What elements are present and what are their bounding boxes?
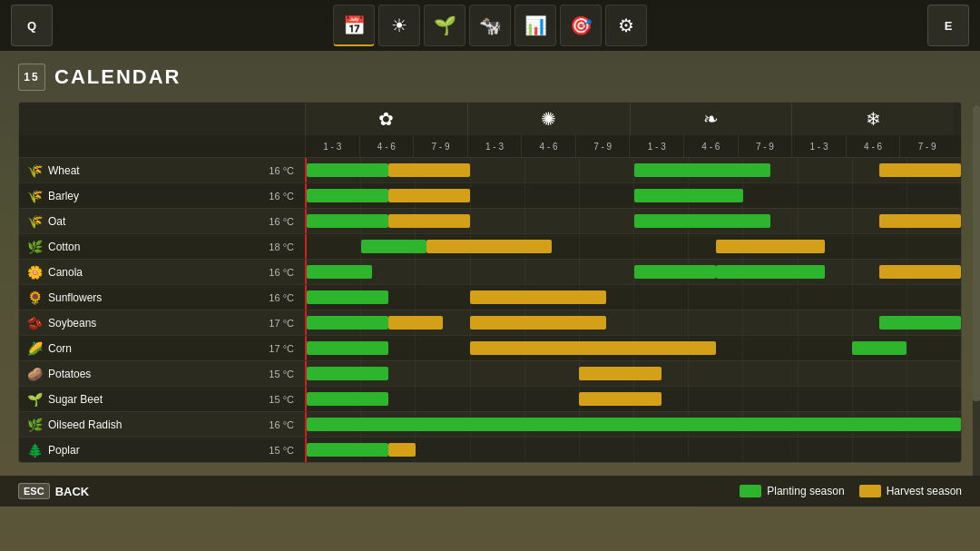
crop-cell-canola: 🌼 Canola 16 °C (19, 260, 305, 284)
table-row: 🌼 Canola 16 °C (19, 259, 961, 284)
bar-green (634, 265, 716, 279)
bars-area (307, 438, 961, 462)
bottom-bar: ESC BACK Planting season Harvest season (0, 476, 980, 507)
bar-green (307, 290, 388, 304)
nav-settings[interactable]: ⚙ (605, 5, 647, 46)
crop-temp: 16 °C (269, 419, 294, 430)
crop-name: Potatoes (48, 368, 263, 380)
table-row: 🫘 Soybeans 17 °C (19, 310, 961, 335)
bar-yellow (388, 189, 470, 202)
month-8: 4 - 6 (683, 135, 738, 157)
bars-area (307, 260, 961, 284)
bars-area (307, 387, 961, 411)
crop-temp: 16 °C (269, 267, 294, 278)
bar-green (307, 392, 388, 406)
nav-center: 📅 ☀ 🌱 🐄 📊 🎯 ⚙ (333, 5, 647, 46)
crop-temp: 16 °C (269, 165, 294, 176)
bar-yellow (879, 214, 961, 228)
q-button[interactable]: Q (11, 5, 53, 46)
crop-cell-sunflowers: 🌻 Sunflowers 16 °C (19, 285, 305, 310)
crop-icon: 🫘 (26, 316, 43, 330)
nav-calendar[interactable]: 📅 (333, 5, 375, 46)
crop-name: Wheat (48, 164, 263, 177)
crop-icon: 🌾 (26, 214, 43, 229)
bars-area (307, 336, 961, 360)
season-autumn: ❧ (630, 103, 792, 135)
back-label: BACK (55, 485, 90, 498)
crop-cell-soybeans: 🫘 Soybeans 17 °C (19, 310, 305, 335)
nav-stats[interactable]: 📊 (514, 5, 556, 46)
crop-temp: 16 °C (269, 292, 294, 303)
crop-cell-oilseed-radish: 🌿 Oilseed Radish 16 °C (19, 412, 305, 437)
table-row: 🌿 Oilseed Radish 16 °C (19, 411, 961, 437)
topbar: Q 📅 ☀ 🌱 🐄 📊 🎯 ⚙ E (0, 0, 980, 51)
crop-temp: 15 °C (269, 445, 294, 456)
bar-green (307, 265, 372, 279)
page-title-row: 15 CALENDAR (18, 64, 962, 91)
nav-crops[interactable]: 🌱 (424, 5, 466, 46)
bar-green (307, 189, 388, 202)
bar-yellow (388, 443, 416, 457)
crop-cell-cotton: 🌿 Cotton 18 °C (19, 234, 305, 259)
crop-name: Cotton (48, 241, 263, 253)
bar-green (307, 418, 961, 431)
esc-key: ESC (18, 483, 50, 499)
main-content: 15 CALENDAR ✿ ✺ ❧ ❄ 1 - 3 4 - 6 7 - 9 1 … (0, 51, 980, 476)
bar-green (852, 341, 906, 355)
bars-area (307, 361, 961, 386)
crop-cell-oat: 🌾 Oat 16 °C (19, 209, 305, 233)
nav-animals[interactable]: 🐄 (469, 5, 511, 46)
page-title: CALENDAR (54, 65, 181, 89)
crop-name: Canola (48, 266, 263, 279)
bar-yellow (388, 214, 470, 228)
month-12: 7 - 9 (899, 135, 954, 157)
bar-green (879, 316, 961, 330)
bar-green (307, 163, 388, 177)
bar-green (634, 214, 770, 228)
e-button[interactable]: E (927, 5, 969, 46)
crop-icon: 🌾 (26, 189, 43, 203)
month-4: 1 - 3 (467, 135, 522, 157)
bar-yellow (879, 265, 961, 279)
crop-icon: 🌽 (26, 341, 43, 356)
crop-name: Soybeans (48, 317, 263, 330)
calendar-title-icon: 15 (18, 64, 45, 91)
table-row: 🌲 Poplar 15 °C (19, 437, 961, 462)
month-5: 4 - 6 (521, 135, 575, 157)
crop-name: Corn (48, 342, 263, 355)
nav-missions[interactable]: 🎯 (560, 5, 602, 46)
bar-yellow (470, 341, 715, 355)
bar-green (307, 316, 388, 330)
crop-icon: 🌿 (26, 240, 43, 254)
crop-icon: 🥔 (26, 367, 43, 381)
legend-planting: Planting season (740, 485, 844, 497)
bars-area (307, 310, 961, 335)
crop-icon: 🌱 (26, 392, 43, 407)
season-summer: ✺ (467, 103, 630, 135)
month-7: 1 - 3 (629, 135, 683, 157)
crop-name: Barley (48, 190, 263, 202)
bar-yellow (579, 392, 661, 406)
season-winter: ❄ (791, 103, 954, 135)
crop-icon: 🌾 (26, 163, 43, 178)
crop-temp: 17 °C (269, 343, 294, 354)
crop-temp: 15 °C (269, 369, 294, 379)
table-row: 🌱 Sugar Beet 15 °C (19, 386, 961, 411)
bar-yellow (388, 163, 470, 177)
crop-temp: 18 °C (269, 241, 294, 252)
nav-weather[interactable]: ☀ (378, 5, 420, 46)
crop-name: Oat (48, 215, 263, 228)
crop-rows: 🌾 Wheat 16 °C 🌾 Barley 16 °C 🌾 Oat 16 °C… (19, 157, 961, 462)
crop-icon: 🌲 (26, 443, 43, 458)
table-row: 🌻 Sunflowers 16 °C (19, 284, 961, 310)
bar-yellow (470, 316, 606, 330)
back-button[interactable]: ESC BACK (18, 483, 89, 499)
table-row: 🌾 Oat 16 °C (19, 208, 961, 233)
crop-icon: 🌼 (26, 265, 43, 280)
bar-yellow (470, 290, 606, 304)
crop-cell-barley: 🌾 Barley 16 °C (19, 183, 305, 208)
crop-temp: 15 °C (269, 394, 294, 405)
crop-temp: 16 °C (269, 191, 294, 202)
bar-green (307, 367, 388, 380)
bar-green (307, 214, 388, 228)
